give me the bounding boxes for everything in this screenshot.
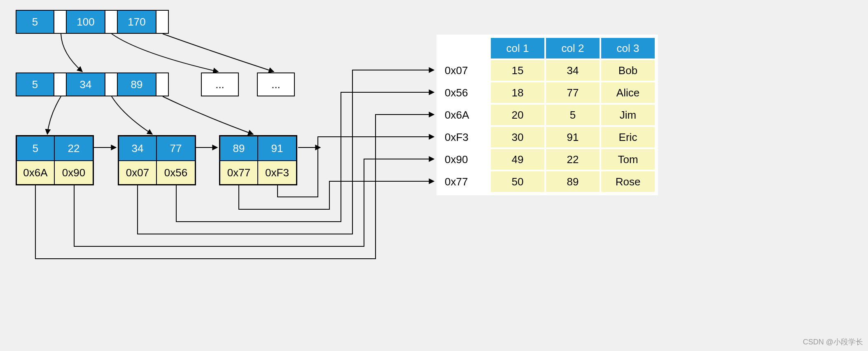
cell: 5 xyxy=(546,105,600,125)
table-row: 0xF3 30 91 Eric xyxy=(440,127,655,147)
root-key: 5 xyxy=(16,10,54,34)
leaf-pointer: 0x77 xyxy=(220,161,258,184)
cell: Bob xyxy=(601,60,655,81)
root-key: 100 xyxy=(67,10,105,34)
leaf-key: 89 xyxy=(220,136,258,160)
leaf-key: 77 xyxy=(157,136,195,160)
table-row: 0x90 49 22 Tom xyxy=(440,149,655,170)
cell: 34 xyxy=(546,60,600,81)
cell: 49 xyxy=(491,149,544,170)
cell: 50 xyxy=(491,171,544,192)
leaf-key: 5 xyxy=(17,136,55,160)
leaf-pointer: 0x6A xyxy=(17,161,55,184)
internal-key: 89 xyxy=(118,73,156,96)
cell: 15 xyxy=(491,60,544,81)
internal-key: 34 xyxy=(67,73,105,96)
table-row: 0x56 18 77 Alice xyxy=(440,82,655,103)
cell: Eric xyxy=(601,127,655,147)
ellipsis-node: ... xyxy=(201,73,239,96)
btree-leaf-node: 5 22 0x6A 0x90 xyxy=(16,135,94,185)
root-pointer xyxy=(156,10,169,34)
watermark: CSDN @小段学长 xyxy=(803,337,863,347)
cell: 91 xyxy=(546,127,600,147)
root-pointer xyxy=(105,10,118,34)
table-header: col 1 xyxy=(491,38,544,58)
row-address: 0x77 xyxy=(440,171,489,192)
cell: 18 xyxy=(491,82,544,103)
cell: 30 xyxy=(491,127,544,147)
cell: 22 xyxy=(546,149,600,170)
cell: Tom xyxy=(601,149,655,170)
table-header: col 2 xyxy=(546,38,600,58)
table-row: 0x07 15 34 Bob xyxy=(440,60,655,81)
leaf-pointer: 0x90 xyxy=(55,161,93,184)
table-header: col 3 xyxy=(601,38,655,58)
cell: Rose xyxy=(601,171,655,192)
cell: 20 xyxy=(491,105,544,125)
data-table: col 1 col 2 col 3 0x07 15 34 Bob 0x56 18… xyxy=(436,35,658,195)
table-row: 0x77 50 89 Rose xyxy=(440,171,655,192)
leaf-key: 91 xyxy=(258,136,296,160)
row-address: 0x07 xyxy=(440,60,489,81)
row-address: 0x90 xyxy=(440,149,489,170)
leaf-key: 34 xyxy=(119,136,157,160)
leaf-key: 22 xyxy=(55,136,93,160)
cell: Alice xyxy=(601,82,655,103)
internal-pointer xyxy=(105,73,118,96)
btree-internal-node: 5 34 89 xyxy=(16,73,169,96)
row-address: 0x56 xyxy=(440,82,489,103)
row-address: 0xF3 xyxy=(440,127,489,147)
leaf-pointer: 0x56 xyxy=(157,161,195,184)
btree-leaf-node: 89 91 0x77 0xF3 xyxy=(219,135,297,185)
table-row: 0x6A 20 5 Jim xyxy=(440,105,655,125)
cell: Jim xyxy=(601,105,655,125)
internal-key: 5 xyxy=(16,73,54,96)
btree-root-node: 5 100 170 xyxy=(16,10,169,34)
row-address: 0x6A xyxy=(440,105,489,125)
btree-leaf-node: 34 77 0x07 0x56 xyxy=(118,135,196,185)
internal-pointer xyxy=(54,73,67,96)
cell: 89 xyxy=(546,171,600,192)
cell: 77 xyxy=(546,82,600,103)
root-key: 170 xyxy=(118,10,156,34)
ellipsis-node: ... xyxy=(257,73,295,96)
leaf-pointer: 0xF3 xyxy=(258,161,296,184)
leaf-pointer: 0x07 xyxy=(119,161,157,184)
root-pointer xyxy=(54,10,67,34)
internal-pointer xyxy=(156,73,169,96)
